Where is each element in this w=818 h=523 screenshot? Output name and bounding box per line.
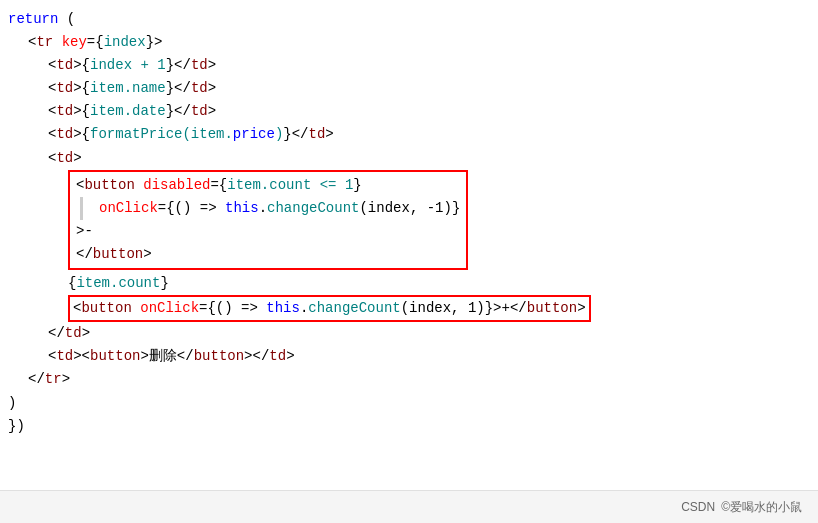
keyword-return: return [8,11,58,27]
code-line-15: <td><button>删除</button></td> [8,345,818,368]
red-box-2: <button onClick={() => this.changeCount(… [68,295,591,322]
code-line-13: <button onClick={() => this.changeCount(… [8,295,818,322]
code-line-9: onClick={() => this.changeCount(index, -… [80,197,460,220]
footer-branding: CSDN ©爱喝水的小鼠 [681,499,802,516]
code-line-8: <button disabled={item.count <= 1} [76,174,460,197]
footer: CSDN ©爱喝水的小鼠 [0,490,818,523]
brand-name: CSDN [681,500,715,514]
code-line-10: >- [76,220,460,243]
code-line-3: <td>{index + 1}</td> [8,54,818,77]
code-line-18: }) [8,415,818,438]
code-line-14: </td> [8,322,818,345]
code-line-4: <td>{item.name}</td> [8,77,818,100]
red-box-1: <button disabled={item.count <= 1} onCli… [68,170,468,270]
code-line-16: </tr> [8,368,818,391]
code-line-6: <td>{formatPrice(item.price)}</td> [8,123,818,146]
code-line-7: <td> [8,147,818,170]
code-line-5: <td>{item.date}</td> [8,100,818,123]
code-line-17: ) [8,392,818,415]
code-line-12: {item.count} [8,272,818,295]
author-name: ©爱喝水的小鼠 [721,499,802,516]
code-editor: return ( <tr key={index}> <td>{index + 1… [0,0,818,490]
code-line-1: return ( [8,8,818,31]
code-line-11: </button> [76,243,460,266]
code-line-2: <tr key={index}> [8,31,818,54]
